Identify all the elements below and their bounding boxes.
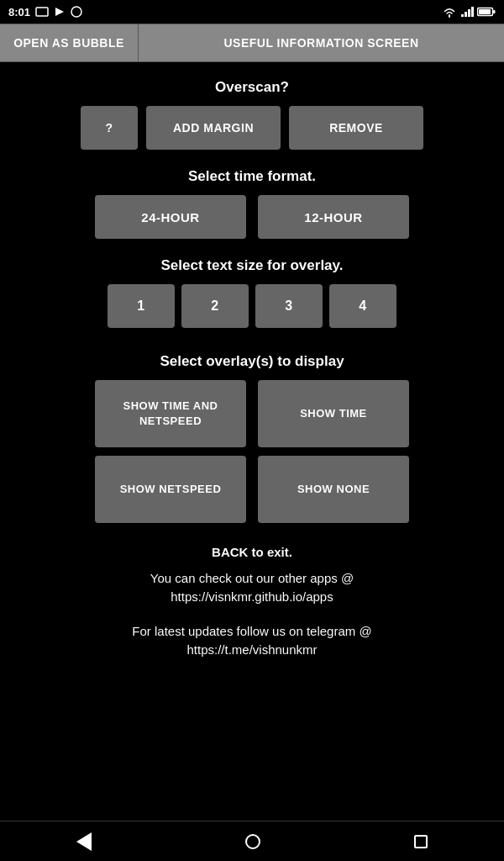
- back-text: BACK to exit.: [132, 543, 371, 563]
- overscan-title: Overscan?: [215, 79, 289, 96]
- recents-nav-button[interactable]: [414, 835, 428, 848]
- status-time: 8:01: [8, 6, 30, 18]
- text-size-4-button[interactable]: 4: [329, 284, 396, 328]
- show-none-button[interactable]: SHOW NONE: [258, 456, 409, 523]
- text-size-controls: 1 2 3 4: [108, 284, 396, 328]
- svg-rect-4: [465, 12, 467, 17]
- home-nav-button[interactable]: [245, 834, 260, 849]
- back-nav-button[interactable]: [76, 832, 92, 851]
- overscan-question-button[interactable]: ?: [81, 106, 138, 150]
- top-bar: OPEN AS BUBBLE USEFUL INFORMATION SCREEN: [0, 24, 504, 62]
- time-format-title: Select time format.: [188, 168, 316, 185]
- svg-rect-9: [479, 9, 491, 14]
- footer: BACK to exit. You can check out our othe…: [132, 543, 371, 660]
- circle-icon: [71, 6, 82, 18]
- status-time-area: 8:01: [8, 6, 82, 18]
- text-size-title: Select text size for overlay.: [160, 257, 343, 274]
- open-as-bubble-button[interactable]: OPEN AS BUBBLE: [0, 24, 139, 61]
- text-size-2-button[interactable]: 2: [181, 284, 249, 328]
- overlay-title: Select overlay(s) to display: [160, 353, 344, 370]
- text-size-3-button[interactable]: 3: [255, 284, 323, 328]
- back-icon: [76, 832, 92, 851]
- bottom-nav: [0, 821, 504, 861]
- wifi-icon: [442, 6, 457, 18]
- 24-hour-button[interactable]: 24-hour: [95, 195, 246, 239]
- svg-rect-3: [461, 14, 464, 17]
- recents-icon: [414, 835, 428, 848]
- status-icons: [442, 6, 496, 18]
- svg-rect-5: [468, 9, 470, 17]
- svg-point-2: [71, 7, 81, 17]
- battery-icon: [477, 7, 496, 17]
- useful-information-screen-button[interactable]: USEFUL INFORMATION SCREEN: [139, 24, 504, 61]
- svg-rect-6: [471, 7, 474, 17]
- home-icon: [245, 834, 260, 849]
- overscan-controls: ? ADD MARGIN REMOVE: [81, 106, 423, 150]
- main-content: Overscan? ? ADD MARGIN REMOVE Select tim…: [0, 62, 504, 685]
- overlay-controls: SHOW TIME AND NETSPEED SHOW TIME SHOW NE…: [50, 380, 454, 523]
- overlay-row-2: SHOW NETSPEED SHOW NONE: [50, 456, 454, 523]
- sim-icon: [35, 7, 49, 17]
- show-time-button[interactable]: SHOW TIME: [258, 380, 409, 447]
- add-margin-button[interactable]: ADD MARGIN: [146, 106, 281, 150]
- svg-rect-0: [36, 8, 48, 16]
- remove-button[interactable]: REMOVE: [289, 106, 423, 150]
- overlay-row-1: SHOW TIME AND NETSPEED SHOW TIME: [50, 380, 454, 447]
- 12-hour-button[interactable]: 12-hour: [258, 195, 409, 239]
- show-netspeed-button[interactable]: SHOW NETSPEED: [95, 456, 246, 523]
- play-icon: [54, 7, 66, 17]
- time-format-controls: 24-hour 12-hour: [95, 195, 409, 239]
- svg-marker-1: [55, 8, 64, 16]
- apps-text: You can check out our other apps @ https…: [132, 569, 371, 607]
- signal-icon: [460, 6, 474, 18]
- status-bar: 8:01: [0, 0, 504, 24]
- text-size-1-button[interactable]: 1: [108, 284, 175, 328]
- svg-rect-8: [493, 10, 496, 13]
- show-time-and-netspeed-button[interactable]: SHOW TIME AND NETSPEED: [95, 380, 246, 447]
- telegram-text: For latest updates follow us on telegram…: [132, 622, 371, 660]
